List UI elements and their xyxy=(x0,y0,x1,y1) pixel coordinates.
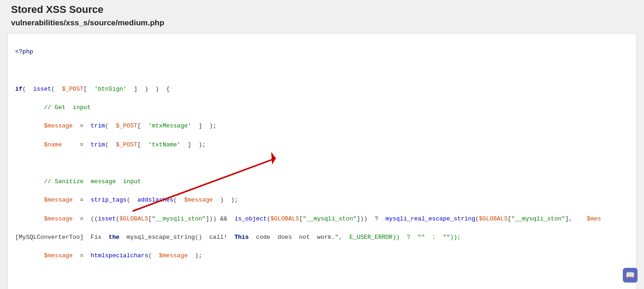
code-line: $message = trim( $_POST[ 'mtxMessage' ] … xyxy=(15,121,629,131)
page-container: Stored XSS Source vulnerabilities/xss_s/… xyxy=(0,0,644,289)
code-container: <?php if( isset( $_POST[ 'btnSign' ] ) )… xyxy=(7,33,637,289)
code-line xyxy=(15,159,629,168)
code-block: <?php if( isset( $_POST[ 'btnSign' ] ) )… xyxy=(15,38,629,289)
code-line: if( isset( $_POST[ 'btnSign' ] ) ) { xyxy=(15,85,629,94)
code-line: // Get input xyxy=(15,103,629,112)
code-line: // Sanitize message input xyxy=(15,177,629,186)
code-line: <?php xyxy=(15,47,629,57)
code-line xyxy=(15,270,629,279)
file-path: vulnerabilities/xss_s/source/medium.php xyxy=(11,18,633,28)
book-icon[interactable]: 📖 xyxy=(623,268,638,283)
code-line: $message = ((isset($GLOBALS["__mysqli_st… xyxy=(15,214,629,224)
page-title: Stored XSS Source xyxy=(11,4,633,16)
title-section: Stored XSS Source vulnerabilities/xss_s/… xyxy=(0,0,644,33)
code-line: $message = htmlspecialchars( $message ); xyxy=(15,251,629,260)
code-line: [MySQLConverterToo] Fix the mysql_escape… xyxy=(15,233,629,242)
code-line: $message = strip_tags( addslashes( $mess… xyxy=(15,196,629,205)
code-line xyxy=(15,66,629,75)
code-line: $name = trim( $_POST[ 'txtName' ] ); xyxy=(15,140,629,150)
